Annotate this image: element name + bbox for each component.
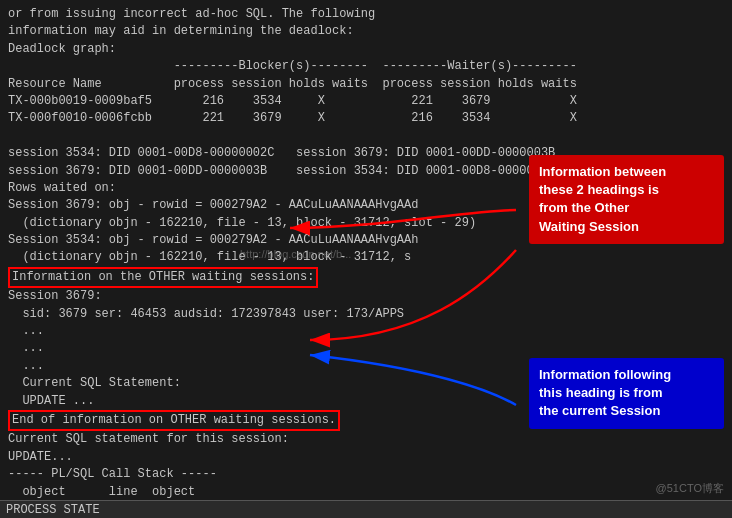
terminal-window: or from issuing incorrect ad-hoc SQL. Th… bbox=[0, 0, 732, 518]
red-highlight-box-1: Information on the OTHER waiting session… bbox=[8, 267, 318, 288]
bottom-bar: PROCESS STATE bbox=[0, 500, 732, 518]
red-highlight-box-2: End of information on OTHER waiting sess… bbox=[8, 410, 340, 431]
watermark-bottom-right: @51CTO博客 bbox=[656, 481, 724, 496]
process-state-text: PROCESS STATE bbox=[6, 503, 100, 517]
blue-annotation-box: Information following this heading is fr… bbox=[529, 358, 724, 429]
watermark-center: http://blog.csdn.net/b... bbox=[240, 248, 351, 260]
red-annotation-box: Information between these 2 headings is … bbox=[529, 155, 724, 244]
terminal-text: or from issuing incorrect ad-hoc SQL. Th… bbox=[8, 6, 724, 518]
